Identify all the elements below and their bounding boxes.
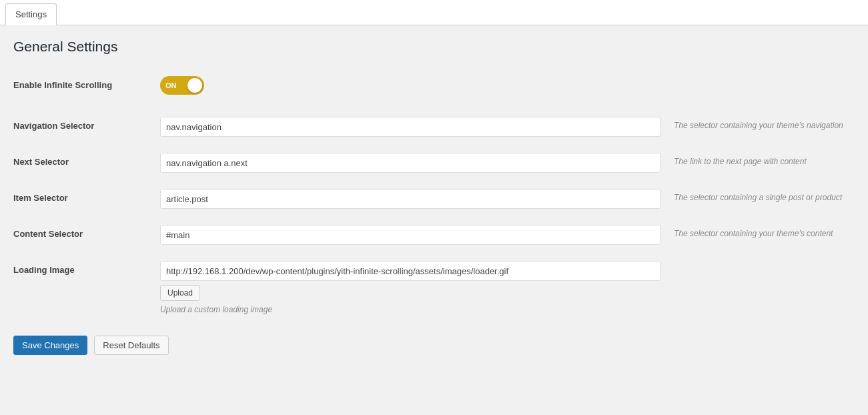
row-enable-infinite-scrolling: Enable Infinite Scrolling ON (13, 68, 855, 103)
toggle-on-label: ON (165, 81, 177, 89)
label-content-selector: Content Selector (13, 225, 160, 239)
label-enable-infinite-scrolling: Enable Infinite Scrolling (13, 76, 160, 90)
footer-buttons: Save Changes Reset Defaults (13, 322, 855, 368)
item-selector-inner: The selector containing a single post or… (160, 189, 855, 209)
control-loading-image: Upload Upload a custom loading image (160, 261, 855, 314)
item-selector-hint: The selector containing a single post or… (674, 189, 868, 202)
save-changes-button[interactable]: Save Changes (13, 336, 87, 355)
divider-1 (13, 105, 855, 106)
navigation-selector-inner: The selector containing your theme's nav… (160, 117, 855, 137)
tabs-bar: Settings (0, 0, 868, 25)
item-selector-input[interactable] (160, 189, 661, 209)
toggle-infinite-scrolling[interactable]: ON (160, 76, 204, 95)
control-navigation-selector (160, 117, 661, 137)
reset-defaults-button[interactable]: Reset Defaults (94, 336, 168, 355)
content-selector-hint: The selector containing your theme's con… (674, 225, 868, 238)
row-content-selector: Content Selector The selector containing… (13, 217, 855, 253)
row-next-selector: Next Selector The link to the next page … (13, 145, 855, 181)
tab-settings[interactable]: Settings (5, 3, 57, 25)
row-loading-image: Loading Image Upload Upload a custom loa… (13, 253, 855, 322)
navigation-selector-hint: The selector containing your theme's nav… (674, 117, 868, 130)
control-next-selector (160, 153, 661, 173)
toggle-thumb (187, 78, 202, 93)
label-item-selector: Item Selector (13, 189, 160, 203)
control-enable-infinite-scrolling: ON (160, 76, 855, 95)
toggle-track: ON (160, 76, 204, 95)
next-selector-hint: The link to the next page with content (674, 153, 868, 166)
content-selector-inner: The selector containing your theme's con… (160, 225, 855, 245)
label-loading-image: Loading Image (13, 261, 160, 275)
row-navigation-selector: Navigation Selector The selector contain… (13, 109, 855, 145)
content-selector-input[interactable] (160, 225, 661, 245)
navigation-selector-input[interactable] (160, 117, 661, 137)
label-navigation-selector: Navigation Selector (13, 117, 160, 131)
control-content-selector (160, 225, 661, 245)
label-next-selector: Next Selector (13, 153, 160, 167)
next-selector-input[interactable] (160, 153, 661, 173)
control-item-selector (160, 189, 661, 209)
content-area: General Settings Enable Infinite Scrolli… (0, 25, 868, 412)
page-title: General Settings (13, 39, 855, 55)
row-item-selector: Item Selector The selector containing a … (13, 181, 855, 217)
loading-image-input[interactable] (160, 261, 661, 281)
upload-hint: Upload a custom loading image (160, 305, 855, 314)
upload-button[interactable]: Upload (160, 285, 200, 301)
next-selector-inner: The link to the next page with content (160, 153, 855, 173)
toggle-wrapper: ON (160, 76, 855, 95)
